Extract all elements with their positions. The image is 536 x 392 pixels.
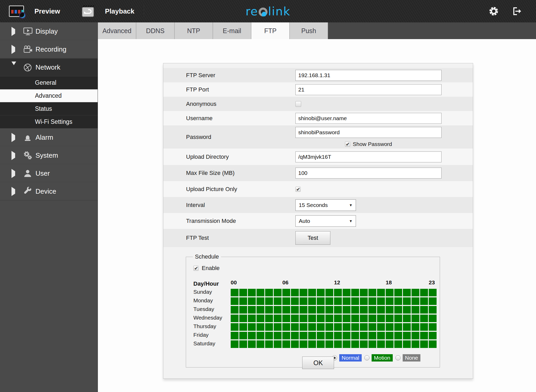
schedule-cell[interactable] xyxy=(274,315,282,322)
schedule-cell[interactable] xyxy=(394,289,402,296)
schedule-cell[interactable] xyxy=(412,306,419,314)
schedule-cell[interactable] xyxy=(308,323,316,331)
schedule-cell[interactable] xyxy=(386,289,394,296)
sidebar-item-recording[interactable]: Recording xyxy=(0,40,98,58)
tab-ntp[interactable]: NTP xyxy=(175,22,213,39)
schedule-cell[interactable] xyxy=(351,340,359,348)
schedule-cell[interactable] xyxy=(343,332,350,339)
schedule-cell[interactable] xyxy=(351,323,359,331)
tab-advanced[interactable]: Advanced xyxy=(98,22,136,39)
schedule-cell[interactable] xyxy=(274,332,282,339)
schedule-cell[interactable] xyxy=(420,340,428,348)
schedule-cell[interactable] xyxy=(351,297,359,305)
upload-directory-input[interactable] xyxy=(295,151,442,162)
schedule-cell[interactable] xyxy=(257,340,264,348)
schedule-cell[interactable] xyxy=(386,297,394,305)
day-label-friday[interactable]: Friday xyxy=(193,332,231,340)
schedule-cell[interactable] xyxy=(334,315,342,322)
ok-button[interactable]: OK xyxy=(302,357,334,369)
day-label-saturday[interactable]: Saturday xyxy=(193,340,231,349)
schedule-cell[interactable] xyxy=(343,289,350,296)
schedule-cell[interactable] xyxy=(265,297,273,305)
schedule-cell[interactable] xyxy=(317,297,325,305)
schedule-cell[interactable] xyxy=(317,315,325,322)
schedule-cell[interactable] xyxy=(308,289,316,296)
schedule-cell[interactable] xyxy=(248,289,256,296)
schedule-cell[interactable] xyxy=(308,297,316,305)
schedule-cell[interactable] xyxy=(334,297,342,305)
logout-icon[interactable] xyxy=(511,6,522,16)
schedule-cell[interactable] xyxy=(343,306,350,314)
schedule-cell[interactable] xyxy=(420,306,428,314)
schedule-cell[interactable] xyxy=(248,323,256,331)
schedule-cell[interactable] xyxy=(429,315,437,322)
schedule-cell[interactable] xyxy=(429,289,437,296)
schedule-cell[interactable] xyxy=(351,315,359,322)
schedule-cell[interactable] xyxy=(248,297,256,305)
schedule-cell[interactable] xyxy=(325,289,333,296)
normal-chip-label[interactable]: Normal xyxy=(339,354,362,362)
schedule-cell[interactable] xyxy=(368,315,376,322)
schedule-cell[interactable] xyxy=(360,323,368,331)
schedule-cell[interactable] xyxy=(412,323,419,331)
schedule-cell[interactable] xyxy=(291,315,299,322)
schedule-cell[interactable] xyxy=(343,315,350,322)
schedule-cell[interactable] xyxy=(377,332,385,339)
schedule-cell[interactable] xyxy=(403,306,411,314)
schedule-cell[interactable] xyxy=(412,332,419,339)
schedule-cell[interactable] xyxy=(231,323,239,331)
schedule-cell[interactable] xyxy=(239,332,247,339)
schedule-cell[interactable] xyxy=(343,340,350,348)
sidebar-subitem-wifi-settings[interactable]: Wi-Fi Settings xyxy=(0,115,98,128)
schedule-cell[interactable] xyxy=(429,332,437,339)
schedule-cell[interactable] xyxy=(394,332,402,339)
schedule-cell[interactable] xyxy=(300,323,307,331)
settings-gear-icon[interactable] xyxy=(489,6,499,16)
schedule-cell[interactable] xyxy=(377,289,385,296)
sidebar-subitem-advanced[interactable]: Advanced xyxy=(0,89,98,102)
schedule-cell[interactable] xyxy=(343,297,350,305)
schedule-cell[interactable] xyxy=(274,340,282,348)
schedule-cell[interactable] xyxy=(360,315,368,322)
schedule-cell[interactable] xyxy=(412,315,419,322)
schedule-cell[interactable] xyxy=(231,332,239,339)
schedule-cell[interactable] xyxy=(265,332,273,339)
schedule-cell[interactable] xyxy=(429,323,437,331)
schedule-cell[interactable] xyxy=(403,332,411,339)
schedule-cell[interactable] xyxy=(334,306,342,314)
sidebar-item-device[interactable]: Device xyxy=(0,182,98,200)
schedule-cell[interactable] xyxy=(334,340,342,348)
schedule-cell[interactable] xyxy=(429,306,437,314)
schedule-cell[interactable] xyxy=(351,289,359,296)
schedule-cell[interactable] xyxy=(420,315,428,322)
schedule-cell[interactable] xyxy=(239,289,247,296)
schedule-cell[interactable] xyxy=(291,340,299,348)
schedule-cell[interactable] xyxy=(325,306,333,314)
schedule-cell[interactable] xyxy=(265,315,273,322)
schedule-cell[interactable] xyxy=(368,289,376,296)
schedule-cell[interactable] xyxy=(377,297,385,305)
schedule-cell[interactable] xyxy=(248,332,256,339)
schedule-cell[interactable] xyxy=(300,289,307,296)
schedule-cell[interactable] xyxy=(412,340,419,348)
schedule-cell[interactable] xyxy=(282,340,290,348)
password-input[interactable] xyxy=(295,127,442,138)
day-label-tuesday[interactable]: Tuesday xyxy=(193,306,231,315)
schedule-cell[interactable] xyxy=(343,323,350,331)
ftp-test-button[interactable]: Test xyxy=(295,231,330,245)
schedule-cell[interactable] xyxy=(360,306,368,314)
schedule-cell[interactable] xyxy=(394,323,402,331)
schedule-cell[interactable] xyxy=(394,306,402,314)
sidebar-item-alarm[interactable]: Alarm xyxy=(0,128,98,146)
tab-ddns[interactable]: DDNS xyxy=(136,22,175,39)
playback-button[interactable]: Playback xyxy=(81,5,134,17)
schedule-cell[interactable] xyxy=(265,306,273,314)
schedule-cell[interactable] xyxy=(412,297,419,305)
schedule-cell[interactable] xyxy=(300,340,307,348)
schedule-cell[interactable] xyxy=(300,297,307,305)
schedule-cell[interactable] xyxy=(308,332,316,339)
schedule-cell[interactable] xyxy=(257,332,264,339)
schedule-cell[interactable] xyxy=(239,306,247,314)
motion-radio[interactable] xyxy=(364,355,370,360)
schedule-cell[interactable] xyxy=(308,315,316,322)
